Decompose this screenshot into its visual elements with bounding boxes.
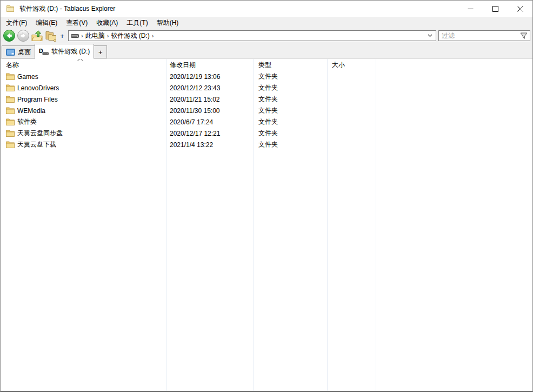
name-cell: 天翼云盘同步盘 (1, 129, 166, 138)
breadcrumb-drive-d[interactable]: 软件游戏 (D:) (111, 31, 149, 41)
folder-up-icon (31, 30, 43, 42)
name-cell: 软件类 (1, 117, 166, 127)
forward-button[interactable] (17, 29, 30, 42)
folder-icon (6, 73, 15, 80)
modified-cell: 2021/1/4 13:22 (166, 141, 253, 149)
name-cell: LenovoDrivers (1, 84, 166, 92)
tab-label: 桌面 (18, 48, 31, 57)
file-name: Games (17, 73, 38, 81)
address-dropdown-button[interactable] (428, 34, 434, 37)
folder-icon (6, 118, 15, 125)
breadcrumb-separator: › (151, 32, 155, 39)
close-icon (517, 6, 523, 12)
name-cell: 天翼云盘下载 (1, 140, 166, 149)
name-cell: Games (1, 73, 166, 81)
maximize-icon (492, 6, 498, 12)
app-folder-icon (6, 4, 15, 13)
filter-box (438, 30, 530, 41)
menu-view[interactable]: 查看(V) (62, 17, 92, 29)
up-folder-button[interactable] (31, 30, 43, 42)
breadcrumb-separator: › (106, 32, 110, 39)
type-cell: 文件夹 (253, 106, 327, 115)
breadcrumb-separator: › (81, 32, 84, 39)
folder-pair-icon (44, 30, 57, 42)
table-row[interactable]: WEMedia 2020/11/30 15:00 文件夹 (1, 105, 532, 116)
new-tab-button[interactable]: + (94, 45, 107, 58)
file-name: 天翼云盘下载 (17, 140, 56, 149)
table-row[interactable]: LenovoDrivers 2020/12/12 23:43 文件夹 (1, 82, 532, 94)
type-cell: 文件夹 (253, 117, 327, 127)
toolbar-add-button[interactable]: + (58, 32, 66, 40)
filter-funnel-icon[interactable] (520, 32, 528, 39)
type-cell: 文件夹 (253, 83, 327, 92)
table-row[interactable]: Games 2020/12/19 13:06 文件夹 (1, 71, 532, 82)
tab-drive-d[interactable]: D 软件游戏 (D:) (35, 44, 94, 59)
modified-cell: 2020/11/30 15:00 (166, 107, 253, 115)
minimize-icon (468, 6, 474, 12)
back-button[interactable] (3, 29, 16, 42)
table-row[interactable]: 软件类 2020/6/7 17:24 文件夹 (1, 116, 532, 128)
forward-icon (17, 29, 30, 42)
modified-cell: 2020/12/12 23:43 (166, 84, 253, 92)
folders-button[interactable] (44, 30, 57, 42)
folder-icon (6, 107, 15, 114)
chevron-down-icon (428, 34, 432, 37)
menu-file[interactable]: 文件(F) (2, 17, 31, 29)
table-row[interactable]: 天翼云盘同步盘 2020/12/17 12:21 文件夹 (1, 128, 532, 139)
type-cell: 文件夹 (253, 95, 327, 104)
menu-tools[interactable]: 工具(T) (122, 17, 152, 29)
file-name: Program Files (17, 96, 58, 103)
window-controls (458, 1, 532, 17)
file-rows: Games 2020/12/19 13:06 文件夹 LenovoDrivers… (1, 71, 532, 150)
menu-favorites[interactable]: 收藏(A) (92, 17, 122, 29)
sort-ascending-indicator (77, 59, 84, 62)
modified-cell: 2020/11/21 15:02 (166, 96, 253, 103)
file-name: 天翼云盘同步盘 (17, 129, 63, 138)
column-header-type[interactable]: 类型 (253, 59, 327, 71)
name-cell: Program Files (1, 96, 166, 103)
folder-icon (6, 84, 15, 91)
folder-icon (6, 141, 15, 148)
tab-bar: 桌面 D 软件游戏 (D:) + (1, 43, 532, 59)
drive-d-icon: D (39, 48, 49, 55)
file-list-panel: 名称 修改日期 类型 大小 Games 2020/12/19 13:06 文件夹… (1, 59, 532, 391)
tab-desktop[interactable]: 桌面 (2, 45, 35, 58)
drive-icon (71, 32, 79, 39)
table-row[interactable]: Program Files 2020/11/21 15:02 文件夹 (1, 94, 532, 105)
type-cell: 文件夹 (253, 129, 327, 138)
close-button[interactable] (508, 1, 532, 17)
modified-cell: 2020/6/7 17:24 (166, 118, 253, 126)
type-cell: 文件夹 (253, 140, 327, 149)
table-row[interactable]: 天翼云盘下载 2021/1/4 13:22 文件夹 (1, 139, 532, 150)
toolbar: + › 此电脑 › 软件游戏 (D:) › (1, 29, 532, 43)
modified-cell: 2020/12/19 13:06 (166, 73, 253, 81)
menu-edit[interactable]: 编辑(E) (31, 17, 62, 29)
desktop-icon (6, 49, 15, 56)
column-header-modified[interactable]: 修改日期 (166, 59, 253, 71)
folder-icon (6, 130, 15, 137)
tab-label: 软件游戏 (D:) (51, 47, 90, 56)
address-bar[interactable]: › 此电脑 › 软件游戏 (D:) › (68, 30, 436, 41)
column-header-size[interactable]: 大小 (327, 59, 376, 71)
back-icon (3, 29, 16, 42)
title-bar: 软件游戏 (D:) - Tablacus Explorer (1, 1, 532, 17)
maximize-button[interactable] (483, 1, 508, 17)
app-window: 软件游戏 (D:) - Tablacus Explorer 文件(F) 编辑(E… (0, 0, 533, 392)
filter-input[interactable] (439, 31, 530, 41)
modified-cell: 2020/12/17 12:21 (166, 130, 253, 137)
breadcrumb-this-pc[interactable]: 此电脑 (85, 31, 105, 41)
type-cell: 文件夹 (253, 72, 327, 81)
menu-bar: 文件(F) 编辑(E) 查看(V) 收藏(A) 工具(T) 帮助(H) (1, 17, 532, 29)
file-name: LenovoDrivers (17, 84, 59, 92)
file-name: 软件类 (17, 117, 37, 127)
file-name: WEMedia (17, 107, 45, 115)
menu-help[interactable]: 帮助(H) (152, 17, 183, 29)
name-cell: WEMedia (1, 107, 166, 115)
folder-icon (6, 96, 15, 103)
minimize-button[interactable] (458, 1, 483, 17)
list-header: 名称 修改日期 类型 大小 (1, 59, 532, 71)
window-title: 软件游戏 (D:) - Tablacus Explorer (19, 4, 115, 14)
